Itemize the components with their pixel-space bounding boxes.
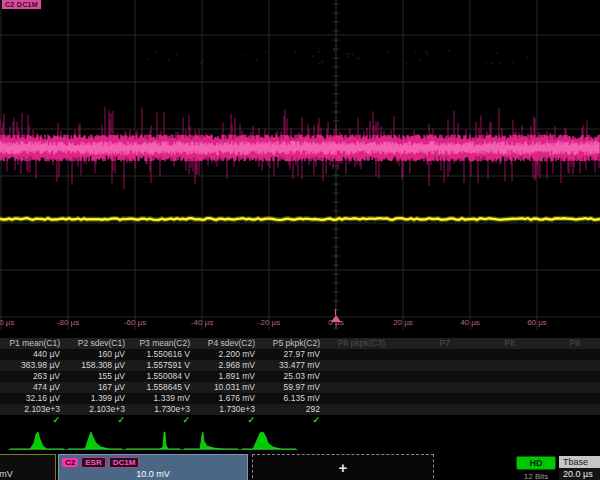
time-tick-label: -60 µs — [124, 318, 146, 327]
oscilloscope-display: C2 DC1M -100 µs-80 µs-60 µs-40 µs-20 µs0… — [0, 0, 600, 480]
measure-value-cell — [390, 404, 455, 415]
hd-badge: HD — [516, 456, 556, 470]
measure-value-cell — [325, 371, 390, 382]
status-check-icon: ✓ — [260, 415, 325, 426]
hd-mode-indicator[interactable]: HD 12 Bits — [516, 456, 556, 480]
measure-value-cell — [325, 393, 390, 404]
measure-column-header[interactable]: P6 pkpk(C3) — [325, 338, 390, 349]
time-axis-labels: -100 µs-80 µs-60 µs-40 µs-20 µs0 µs20 µs… — [0, 318, 600, 330]
measure-column-header[interactable]: P1 mean(C1) — [0, 338, 65, 349]
trigger-position-marker[interactable] — [331, 315, 341, 322]
measure-value-cell — [520, 360, 585, 371]
tbase-label: Tbase — [559, 456, 600, 468]
measure-value-cell: 32.16 µV — [0, 393, 65, 404]
measure-value-cell — [455, 382, 520, 393]
measure-value-cell: 25.03 mV — [260, 371, 325, 382]
measure-column-header[interactable]: P4 sdev(C2) — [195, 338, 260, 349]
measure-value-cell: 1.557591 V — [130, 360, 195, 371]
measure-value-cell: 1.550084 V — [130, 371, 195, 382]
active-trace-badge[interactable]: C2 DC1M — [2, 0, 41, 9]
channel-c2-descriptor[interactable]: C2 ESR DC1M 10.0 mV — [58, 454, 248, 480]
measure-value-cell: 1.676 mV — [195, 393, 260, 404]
measurement-table: P1 mean(C1)P2 sdev(C1)P3 mean(C2)P4 sdev… — [0, 338, 600, 426]
measure-value-cell — [520, 371, 585, 382]
measure-value-cell — [585, 382, 600, 393]
measure-value-cell: 1.891 mV — [195, 371, 260, 382]
measure-value-cell: 59.97 mV — [260, 382, 325, 393]
measure-value-cell — [585, 371, 600, 382]
table-row: ✓✓✓✓✓ — [0, 415, 600, 426]
measure-value-cell — [390, 349, 455, 360]
measure-value-cell: 2.103e+3 — [0, 404, 65, 415]
measure-column-header[interactable]: P9 — [520, 338, 585, 349]
measure-value-cell: 6.135 mV — [260, 393, 325, 404]
add-trace-button[interactable]: + — [252, 454, 434, 480]
c1-scale-value: 10.0 mV — [0, 469, 55, 479]
measure-value-cell: 27.97 mV — [260, 349, 325, 360]
measure-value-cell — [390, 360, 455, 371]
channel-c1-descriptor[interactable]: C1 DC1M 10.0 mV — [0, 454, 56, 480]
measure-value-cell: 1.730e+3 — [195, 404, 260, 415]
measure-value-cell: 1.339 mV — [130, 393, 195, 404]
c2-scale-value: 10.0 mV — [59, 469, 247, 479]
measure-column-header[interactable]: P5 pkpk(C2) — [260, 338, 325, 349]
status-check-icon: ✓ — [195, 415, 260, 426]
time-tick-label: 40 µs — [460, 318, 480, 327]
measure-value-cell — [455, 349, 520, 360]
measure-value-cell: 160 µV — [65, 349, 130, 360]
table-row: 363.98 µV158.308 µV1.557591 V2.968 mV33.… — [0, 360, 600, 371]
histicon-p1-bell[interactable] — [8, 428, 66, 452]
measure-value-cell — [520, 349, 585, 360]
measure-value-cell: 155 µV — [65, 371, 130, 382]
histicon-p4-spike-tail[interactable] — [182, 428, 240, 452]
measure-column-header[interactable]: P8 — [455, 338, 520, 349]
measure-value-cell: 2.200 mV — [195, 349, 260, 360]
time-tick-label: 60 µs — [527, 318, 547, 327]
table-row: 2.103e+32.103e+31.730e+31.730e+3292 — [0, 404, 600, 415]
time-tick-label: 20 µs — [393, 318, 413, 327]
waveform-plot — [0, 0, 600, 336]
time-tick-label: -40 µs — [191, 318, 213, 327]
measure-value-cell — [325, 382, 390, 393]
table-row: 474 µV167 µV1.558645 V10.031 mV59.97 mV — [0, 382, 600, 393]
measure-value-cell — [325, 360, 390, 371]
measure-column-header[interactable]: P7 — [390, 338, 455, 349]
tbase-value: 20.0 µs — [559, 468, 600, 480]
measure-value-cell: 158.308 µV — [65, 360, 130, 371]
measure-column-header[interactable]: P2 sdev(C1) — [65, 338, 130, 349]
measure-value-cell — [390, 371, 455, 382]
measure-value-cell: 440 µV — [0, 349, 65, 360]
table-row: 32.16 µV1.399 µV1.339 mV1.676 mV6.135 mV — [0, 393, 600, 404]
measure-value-cell: 1.558645 V — [130, 382, 195, 393]
measure-value-cell: 263 µV — [0, 371, 65, 382]
measure-column-header[interactable]: P10 — [585, 338, 600, 349]
measure-value-cell — [455, 360, 520, 371]
histicon-p2-right-tail[interactable] — [66, 428, 124, 452]
measure-value-cell — [585, 360, 600, 371]
measure-value-cell — [455, 404, 520, 415]
measure-value-cell — [390, 382, 455, 393]
waveform-grid-area[interactable]: C2 DC1M -100 µs-80 µs-60 µs-40 µs-20 µs0… — [0, 0, 600, 336]
status-check-icon: ✓ — [0, 415, 65, 426]
table-row: 440 µV160 µV1.550616 V2.200 mV27.97 mV — [0, 349, 600, 360]
measure-value-cell: 33.477 mV — [260, 360, 325, 371]
measurement-histicons — [0, 428, 600, 452]
time-tick-label: -80 µs — [57, 318, 79, 327]
measure-column-header[interactable]: P3 mean(C2) — [130, 338, 195, 349]
table-row: P1 mean(C1)P2 sdev(C1)P3 mean(C2)P4 sdev… — [0, 338, 600, 349]
c1-descriptor-header: C1 DC1M — [0, 455, 55, 469]
measure-value-cell: 167 µV — [65, 382, 130, 393]
histicon-p5-broad-peak[interactable] — [240, 428, 298, 452]
measure-value-cell: 2.103e+3 — [65, 404, 130, 415]
status-check-icon: ✓ — [130, 415, 195, 426]
timebase-descriptor[interactable]: Tbase 20.0 µs — [559, 456, 600, 480]
measure-value-cell: 10.031 mV — [195, 382, 260, 393]
measure-value-cell: 1.730e+3 — [130, 404, 195, 415]
c2-channel-label: C2 — [62, 458, 78, 467]
measure-value-cell — [520, 404, 585, 415]
measure-value-cell: 363.98 µV — [0, 360, 65, 371]
measure-value-cell — [455, 371, 520, 382]
c2-coupling-badge: DC1M — [109, 457, 140, 468]
time-tick-label: -20 µs — [258, 318, 280, 327]
histicon-p3-narrow-spike[interactable] — [124, 428, 182, 452]
